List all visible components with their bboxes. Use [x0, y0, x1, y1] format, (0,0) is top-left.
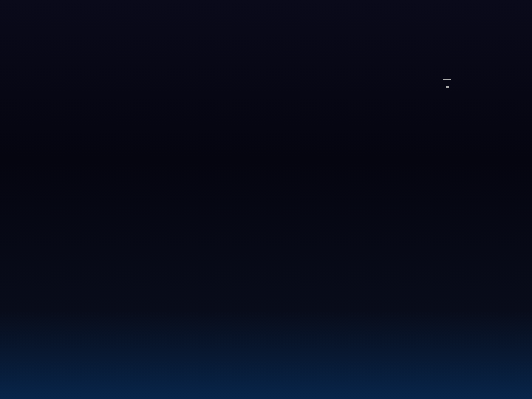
monitor-icon: [443, 79, 451, 86]
